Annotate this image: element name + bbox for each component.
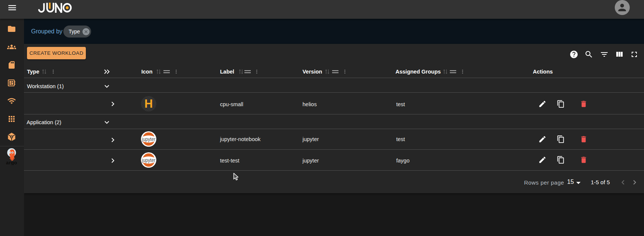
svg-text:jupyter: jupyter <box>141 136 155 142</box>
svg-text:argo: argo <box>6 160 17 165</box>
svg-text:jupyter: jupyter <box>141 157 155 163</box>
